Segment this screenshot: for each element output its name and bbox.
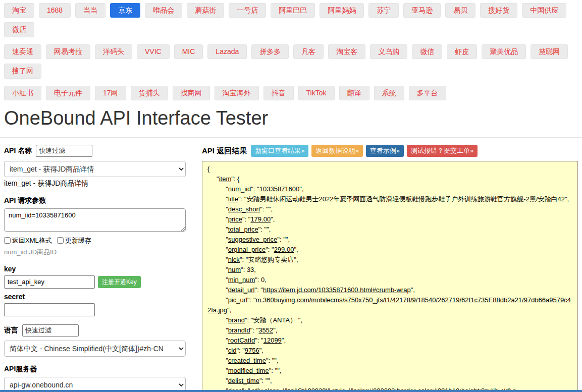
nav-row: 速卖通网易考拉洋码头VVICMICLazada拼多多凡客淘宝客义乌购微信虾皮聚美… xyxy=(4,44,578,79)
request-params-textarea[interactable]: num_iid=10335871600 xyxy=(4,208,186,232)
nav-item[interactable]: 京东 xyxy=(110,3,140,18)
nav-item[interactable]: 多平台 xyxy=(409,86,446,100)
nav-item[interactable]: 17网 xyxy=(95,86,126,100)
json-line: "price": "179.00", xyxy=(207,214,572,225)
nav-item[interactable]: 电子元件 xyxy=(46,86,90,100)
api-name-filter-input[interactable] xyxy=(36,145,92,157)
nav-item[interactable]: 微信 xyxy=(412,44,442,59)
nav-row: 小红书电子元件17网货捕头找商网淘宝海外抖音TikTok翻译系统多平台 xyxy=(4,86,578,100)
json-line: "brand": "安踏（ANTA） ", xyxy=(207,315,572,325)
language-label: 语言 xyxy=(4,326,18,335)
nav-item[interactable]: 1688 xyxy=(39,3,71,18)
cache-checkbox-label[interactable]: 更新缓存 xyxy=(57,236,91,245)
nav-item[interactable]: 系统 xyxy=(374,86,404,100)
json-line: "title": "安踏男鞋休闲运动鞋男士2022年夏季网面透气防滑轻便板鞋慢跑… xyxy=(207,194,572,204)
nav-item[interactable]: 抖音 xyxy=(263,86,294,100)
json-line: "modified_time": "", xyxy=(207,366,572,376)
nav-rows: 淘宝1688当当京东唯品会蘑菇街一号店阿里巴巴阿里妈妈苏宁亚马逊易贝搜好货中国供… xyxy=(0,0,582,100)
param-hint: num_iid:JD商品ID xyxy=(4,248,186,256)
nav-item[interactable]: 亚马逊 xyxy=(403,3,441,18)
key-label: key xyxy=(4,265,186,273)
json-line: { xyxy=(207,164,572,174)
page: 淘宝1688当当京东唯品会蘑菇街一号店阿里巴巴阿里妈妈苏宁亚马逊易贝搜好货中国供… xyxy=(0,0,582,392)
json-line: "total_price": "", xyxy=(207,225,572,235)
nav-item[interactable]: 易贝 xyxy=(445,3,475,18)
xml-checkbox-text: 返回XML格式 xyxy=(12,236,52,245)
nav-item[interactable]: 义乌购 xyxy=(370,44,407,59)
open-new-window-button[interactable]: 新窗口查看结果» xyxy=(251,145,308,157)
key-row: 注册开通Key xyxy=(4,275,186,289)
nav-item[interactable]: 当当 xyxy=(75,3,105,18)
json-line: "delist_time": "", xyxy=(207,376,572,386)
nav-item[interactable]: 找商网 xyxy=(173,86,210,100)
nav-item[interactable]: 淘宝客 xyxy=(328,44,365,59)
result-header-label: API 返回结果 xyxy=(202,146,247,156)
nav-item[interactable]: 搜好货 xyxy=(480,3,517,18)
api-select[interactable]: item_get - 获得JD商品详情 xyxy=(4,161,186,177)
nav-item[interactable]: TikTok xyxy=(298,86,335,100)
api-name-row: API 名称 xyxy=(4,145,186,157)
main-content: API 名称 item_get - 获得JD商品详情 item_get - 获得… xyxy=(0,138,582,392)
xml-checkbox-label[interactable]: 返回XML格式 xyxy=(4,236,52,245)
json-line: "nick": "安踏悠购专卖店", xyxy=(207,255,572,265)
secret-input[interactable] xyxy=(4,303,95,316)
api-key-input[interactable] xyxy=(4,275,95,289)
json-line: "created_time": "", xyxy=(207,356,572,366)
json-line: "suggestive_price": "", xyxy=(207,235,572,245)
nav-item[interactable]: 慧聪网 xyxy=(531,44,568,59)
refresh-cache-checkbox[interactable] xyxy=(57,237,64,244)
nav-item[interactable]: 拼多多 xyxy=(251,44,289,59)
api-server-label: API服务器 xyxy=(4,365,186,374)
nav-row: 淘宝1688当当京东唯品会蘑菇街一号店阿里巴巴阿里妈妈苏宁亚马逊易贝搜好货中国供… xyxy=(4,3,578,37)
nav-item[interactable]: 翻译 xyxy=(339,86,369,100)
request-params-label: API 请求参数 xyxy=(4,196,186,205)
api-selected-caption: item_get - 获得JD商品详情 xyxy=(4,179,186,188)
nav-item[interactable]: 洋码头 xyxy=(95,44,132,59)
nav-item[interactable]: 唯品会 xyxy=(145,3,182,18)
nav-item[interactable]: 凡客 xyxy=(293,44,324,59)
nav-item[interactable]: 蘑菇街 xyxy=(187,3,224,18)
json-line: "detail_url": "https://item.jd.com/10335… xyxy=(207,285,572,295)
nav-item[interactable]: 淘宝 xyxy=(4,3,34,18)
nav-item[interactable]: 苏宁 xyxy=(368,3,399,18)
page-title: OneBound API Interface Tester xyxy=(0,107,582,129)
nav-item[interactable]: 聚美优品 xyxy=(482,44,526,59)
nav-item[interactable]: 虾皮 xyxy=(447,44,477,59)
nav-item[interactable]: 淘宝海外 xyxy=(215,86,259,100)
register-key-button[interactable]: 注册开通Key xyxy=(98,276,141,288)
json-line: "desc_short": "", xyxy=(207,204,572,214)
result-panel: API 返回结果 新窗口查看结果» 返回数据说明» 查看示例» 测试报错？提交工… xyxy=(202,145,578,392)
view-examples-button[interactable]: 查看示例» xyxy=(366,145,404,157)
nav-item[interactable]: 搜了网 xyxy=(4,64,41,78)
return-data-docs-button[interactable]: 返回数据说明» xyxy=(311,145,362,157)
nav-item[interactable]: MIC xyxy=(174,44,203,59)
nav-item[interactable]: 速卖通 xyxy=(4,44,41,59)
json-line: "brandId": "3552", xyxy=(207,325,572,335)
api-name-label: API 名称 xyxy=(4,146,32,155)
nav-item[interactable]: 一号店 xyxy=(229,3,266,18)
json-line: "cid": "9756", xyxy=(207,346,572,356)
language-row: 语言 xyxy=(4,324,186,337)
secret-label: secret xyxy=(4,293,186,301)
nav-item[interactable]: 网易考拉 xyxy=(46,44,90,59)
nav-item[interactable]: Lazada xyxy=(207,44,247,59)
left-panel: API 名称 item_get - 获得JD商品详情 item_get - 获得… xyxy=(4,145,186,392)
cache-checkbox-text: 更新缓存 xyxy=(65,236,91,245)
nav-item[interactable]: 微店 xyxy=(4,22,34,37)
nav-item[interactable]: 阿里巴巴 xyxy=(271,3,315,18)
nav-item[interactable]: 小红书 xyxy=(4,86,41,100)
xml-format-checkbox[interactable] xyxy=(4,237,11,244)
result-header: API 返回结果 新窗口查看结果» 返回数据说明» 查看示例» 测试报错？提交工… xyxy=(202,145,578,157)
json-line: "rootCatId": "12099", xyxy=(207,335,572,346)
language-select[interactable]: 简体中文 - Chinese Simplified(中文[简体])#zh-CN xyxy=(4,341,186,357)
json-line: "pic_url": "m.360buyimg.com/mobilecms/s7… xyxy=(207,295,572,315)
result-json[interactable]: { "item": { "num_iid": "10335871600", "t… xyxy=(202,161,578,392)
language-filter-input[interactable] xyxy=(22,324,79,337)
nav-item[interactable]: 阿里妈妈 xyxy=(320,3,364,18)
checkbox-row: 返回XML格式 更新缓存 xyxy=(4,236,186,246)
report-error-ticket-button[interactable]: 测试报错？提交工单» xyxy=(407,145,478,157)
json-line: "min_num": 0, xyxy=(207,275,572,285)
nav-item[interactable]: VVIC xyxy=(137,44,170,59)
nav-item[interactable]: 货捕头 xyxy=(131,86,168,100)
nav-item[interactable]: 中国供应 xyxy=(522,3,566,18)
